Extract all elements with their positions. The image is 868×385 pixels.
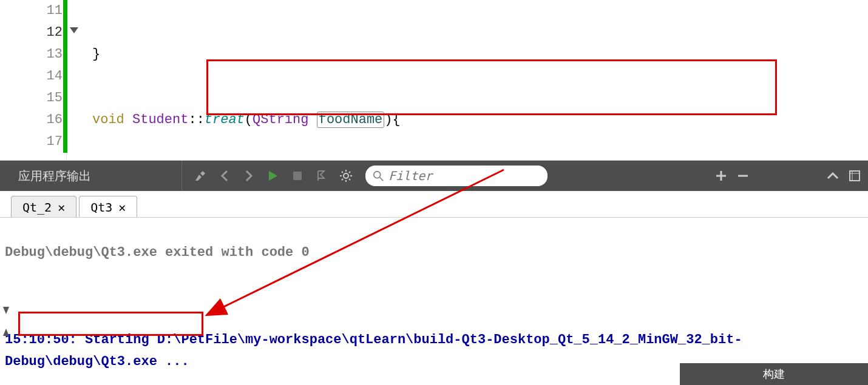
output-panel-title: 应用程序输出 bbox=[0, 161, 182, 191]
fold-column[interactable] bbox=[67, 0, 85, 160]
svg-rect-0 bbox=[293, 172, 302, 180]
line-number: 11 bbox=[0, 0, 63, 22]
code-text: } bbox=[92, 47, 100, 62]
svg-point-1 bbox=[344, 173, 348, 178]
tab-label: Qt3 bbox=[90, 200, 112, 215]
code-editor[interactable]: 11 12 13 14 15 16 17 } void Student::tre… bbox=[0, 0, 868, 161]
line-number: 17 bbox=[0, 131, 63, 153]
code-keyword: void bbox=[92, 112, 124, 127]
prev-icon[interactable] bbox=[217, 169, 232, 183]
code-content[interactable]: } void Student::treat(QString foodName){… bbox=[85, 0, 868, 160]
settings-icon[interactable] bbox=[339, 169, 353, 183]
popout-icon[interactable] bbox=[847, 169, 862, 183]
tab-qt3[interactable]: Qt3 ✕ bbox=[79, 196, 137, 217]
collapse-icon[interactable] bbox=[826, 169, 840, 183]
stop-icon[interactable] bbox=[290, 169, 305, 183]
output-toolbar bbox=[182, 169, 353, 183]
line-number: 14 bbox=[0, 65, 63, 87]
close-icon[interactable]: ✕ bbox=[118, 200, 126, 215]
tab-label: Qt_2 bbox=[22, 200, 52, 215]
code-type: QString bbox=[253, 112, 308, 127]
line-number: 12 bbox=[0, 22, 63, 44]
output-tabs: Qt_2 ✕ Qt3 ✕ bbox=[0, 191, 868, 218]
clear-icon[interactable] bbox=[193, 169, 208, 183]
line-number: 15 bbox=[0, 87, 63, 109]
console-output[interactable]: Debug\debug\Qt3.exe exited with code 0 1… bbox=[0, 218, 868, 385]
annotation-highlight-box bbox=[206, 59, 777, 115]
side-marker-icon[interactable] bbox=[0, 300, 12, 321]
svg-line-3 bbox=[380, 178, 383, 181]
filter-box[interactable] bbox=[365, 166, 548, 186]
output-panel-header: 应用程序输出 bbox=[0, 161, 868, 191]
svg-rect-4 bbox=[850, 171, 860, 181]
code-param: foodName bbox=[317, 112, 385, 128]
console-line: Debug\debug\Qt3.exe exited with code 0 bbox=[5, 242, 863, 264]
run-icon[interactable] bbox=[266, 169, 280, 183]
search-icon bbox=[373, 170, 384, 182]
code-function: treat bbox=[205, 112, 245, 127]
line-number: 16 bbox=[0, 109, 63, 131]
close-icon[interactable]: ✕ bbox=[58, 200, 65, 215]
build-button-label: 构建 bbox=[763, 367, 785, 381]
minus-icon[interactable] bbox=[736, 169, 750, 183]
tab-qt2[interactable]: Qt_2 ✕ bbox=[11, 196, 76, 217]
filter-input[interactable] bbox=[388, 169, 540, 183]
plus-icon[interactable] bbox=[714, 169, 728, 183]
fold-marker-icon[interactable] bbox=[70, 27, 78, 33]
svg-point-2 bbox=[374, 172, 381, 178]
code-text: ){ bbox=[384, 112, 400, 127]
next-icon[interactable] bbox=[242, 169, 256, 183]
line-gutter: 11 12 13 14 15 16 17 bbox=[0, 0, 67, 160]
line-number: 13 bbox=[0, 44, 63, 65]
attach-icon[interactable] bbox=[314, 169, 329, 183]
build-button[interactable]: 构建 bbox=[680, 363, 868, 385]
side-marker-icon[interactable] bbox=[0, 321, 12, 343]
code-class: Student bbox=[132, 112, 188, 127]
